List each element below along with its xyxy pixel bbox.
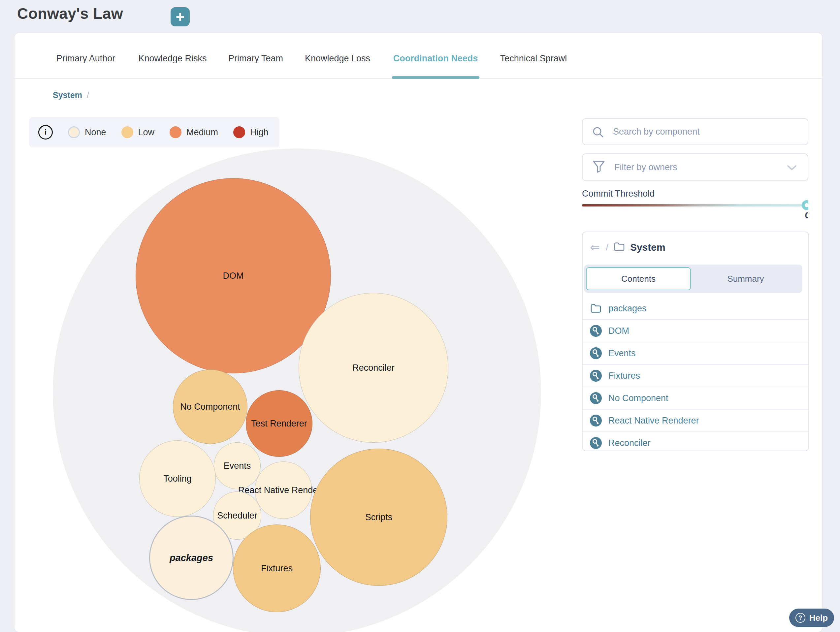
bubble-test-renderer[interactable]: Test Renderer: [246, 390, 313, 457]
component-icon: [590, 347, 602, 359]
system-detail-panel: ⇐ / System Contents Summary packagesDOME…: [582, 232, 809, 451]
list-item-dom[interactable]: DOM: [583, 320, 808, 342]
tab-technical-sprawl[interactable]: Technical Sprawl: [500, 54, 567, 64]
slider-handle[interactable]: [802, 200, 808, 210]
legend-dot-medium: [170, 126, 182, 138]
search-input[interactable]: [583, 119, 808, 145]
bubble-scripts[interactable]: Scripts: [310, 449, 447, 586]
info-icon[interactable]: i: [38, 125, 53, 140]
bubble-label: DOM: [223, 271, 244, 281]
legend-item-low: Low: [122, 126, 155, 138]
bubble-label: Tooling: [163, 474, 192, 484]
component-icon: [590, 392, 602, 404]
bubble-label: No Component: [180, 402, 240, 412]
legend-item-medium: Medium: [170, 126, 218, 138]
slider-track[interactable]: [582, 204, 808, 206]
list-item-label: DOM: [608, 326, 629, 336]
legend-label: None: [85, 127, 106, 137]
add-button[interactable]: +: [171, 7, 190, 27]
filter-label: Filter by owners: [614, 162, 677, 172]
help-label: Help: [809, 613, 828, 623]
panel-header: ⇐ / System: [590, 241, 665, 253]
search-box: [582, 118, 808, 145]
breadcrumb[interactable]: System/: [53, 90, 89, 100]
legend-label: Medium: [186, 127, 218, 137]
chevron-down-icon[interactable]: [786, 165, 797, 172]
legend-bar: i NoneLowMediumHigh: [29, 117, 279, 147]
list-item-no-component[interactable]: No Component: [583, 387, 808, 410]
tab-summary[interactable]: Summary: [691, 267, 801, 290]
page-title: Conway's Law: [17, 5, 123, 22]
bubble-label: Scheduler: [217, 511, 257, 521]
bubble-no-component[interactable]: No Component: [173, 369, 248, 444]
bubble-label: Test Renderer: [251, 419, 307, 429]
list-item-packages[interactable]: packages: [583, 298, 808, 320]
bubble-label: Reconciler: [352, 363, 395, 373]
slider-value: 0: [802, 210, 808, 221]
legend-dot-none: [68, 126, 80, 138]
component-icon: [590, 370, 602, 381]
list-item-label: Reconciler: [608, 438, 651, 448]
component-list: packagesDOMEventsFixturesNo ComponentRea…: [583, 298, 808, 454]
help-button[interactable]: ? Help: [789, 608, 834, 627]
tab-knowledge-risks[interactable]: Knowledge Risks: [138, 54, 207, 64]
tab-primary-team[interactable]: Primary Team: [228, 54, 283, 64]
legend-items: NoneLowMediumHigh: [53, 126, 268, 138]
legend-dot-low: [122, 126, 133, 138]
legend-label: High: [250, 127, 268, 137]
component-icon: [590, 415, 602, 427]
bubble-fixtures[interactable]: Fixtures: [233, 525, 321, 612]
back-arrow-icon[interactable]: ⇐: [590, 241, 600, 253]
active-tab-underline: [392, 76, 479, 79]
panel-tab-switcher: Contents Summary: [584, 265, 802, 293]
list-item-fixtures[interactable]: Fixtures: [583, 365, 808, 387]
filter-by-owners-dropdown[interactable]: Filter by owners: [582, 153, 808, 181]
component-icon: [590, 325, 602, 337]
tab-primary-author[interactable]: Primary Author: [57, 54, 115, 64]
bubble-dom[interactable]: DOM: [136, 178, 331, 374]
bubble-label: Events: [224, 461, 251, 471]
list-item-events[interactable]: Events: [583, 342, 808, 365]
bubble-packages[interactable]: packages: [149, 515, 234, 600]
panel-title: System: [630, 242, 665, 253]
bubble-react-native-renderer[interactable]: React Native Renderer: [255, 462, 312, 519]
list-item-label: packages: [608, 303, 647, 314]
list-item-label: No Component: [608, 393, 668, 403]
legend-label: Low: [138, 127, 155, 137]
component-icon: [590, 437, 602, 449]
legend-item-high: High: [233, 126, 268, 138]
folder-icon: [614, 242, 625, 253]
breadcrumb-separator: /: [87, 90, 89, 99]
filter-icon: [592, 160, 605, 175]
breadcrumb-current[interactable]: System: [53, 90, 82, 99]
bubble-label: packages: [170, 553, 213, 563]
list-item-react-native-renderer[interactable]: React Native Renderer: [583, 410, 808, 432]
list-item-label: Events: [608, 348, 636, 359]
tab-coordination-needs[interactable]: Coordination Needs: [393, 54, 478, 64]
folder-icon: [590, 303, 602, 314]
bubble-label: Fixtures: [261, 563, 293, 574]
commit-threshold-slider: 0: [582, 197, 808, 223]
bubble-label: Scripts: [365, 512, 393, 522]
panel-breadcrumb-separator: /: [606, 242, 608, 253]
bubble-reconciler[interactable]: Reconciler: [298, 293, 448, 443]
bubble-events[interactable]: Events: [214, 442, 261, 489]
list-item-label: Fixtures: [608, 371, 640, 381]
question-mark-icon: ?: [796, 613, 805, 623]
bubble-tooling[interactable]: Tooling: [139, 440, 216, 517]
tab-knowledge-loss[interactable]: Knowledge Loss: [305, 54, 370, 64]
tab-contents[interactable]: Contents: [586, 267, 691, 290]
list-item-label: React Native Renderer: [608, 416, 699, 426]
legend-dot-high: [233, 126, 245, 138]
legend-item-none: None: [68, 126, 106, 138]
list-item-reconciler[interactable]: Reconciler: [583, 432, 808, 454]
